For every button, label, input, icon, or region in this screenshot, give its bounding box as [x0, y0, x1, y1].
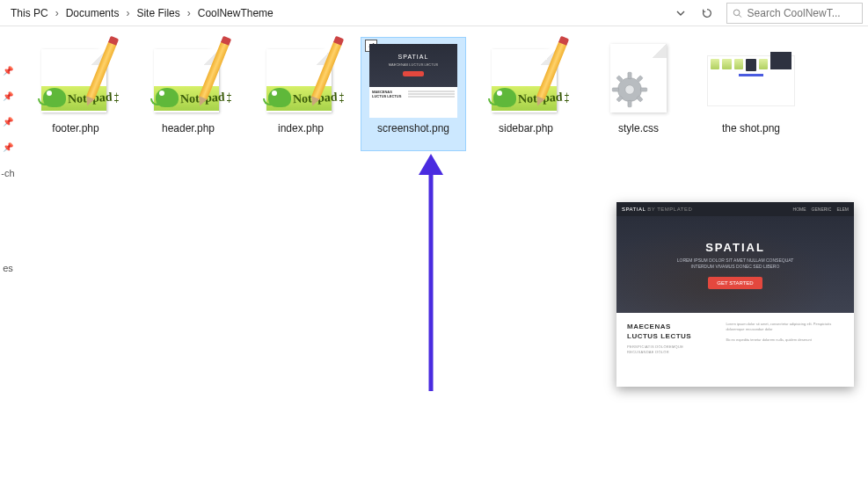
svg-rect-7 — [640, 88, 646, 91]
file-label: footer.php — [52, 122, 98, 134]
search-input[interactable] — [748, 7, 857, 19]
breadcrumb-item[interactable]: CoolNewTheme — [194, 4, 277, 23]
file-label: style.css — [618, 122, 659, 134]
svg-rect-4 — [628, 72, 631, 78]
pin-icon: 📌 — [3, 91, 13, 101]
truncated-label: -ch — [1, 168, 14, 178]
search-box[interactable] — [726, 3, 863, 24]
svg-point-0 — [733, 10, 740, 16]
search-icon — [733, 8, 742, 18]
svg-rect-5 — [628, 100, 631, 106]
pin-icon: 📌 — [3, 117, 13, 127]
file-item[interactable]: Notepad++ header.php — [135, 37, 241, 151]
svg-line-1 — [739, 14, 741, 17]
file-label: the shot.png — [722, 122, 780, 134]
file-label: header.php — [162, 122, 215, 134]
file-item[interactable]: Notepad++ footer.php — [23, 37, 128, 151]
breadcrumb[interactable]: This PC › Documents › Site Files › CoolN… — [4, 4, 668, 23]
image-thumbnail: SPATIALMAECENAS LUCTUS LECTUS MAECENASLU… — [369, 44, 457, 118]
chevron-right-icon: › — [54, 7, 61, 19]
file-label: sidebar.php — [499, 122, 553, 134]
address-toolbar: This PC › Documents › Site Files › CoolN… — [0, 0, 868, 26]
svg-point-3 — [625, 85, 634, 94]
file-label: screenshot.png — [377, 122, 449, 134]
file-item[interactable]: Notepad++ sidebar.php — [473, 37, 579, 151]
css-file-icon — [602, 44, 675, 118]
breadcrumb-item[interactable]: This PC — [7, 4, 52, 23]
breadcrumb-item[interactable]: Site Files — [133, 4, 183, 23]
file-item[interactable]: style.css — [586, 37, 691, 151]
file-item[interactable]: the shot.png — [698, 37, 804, 151]
image-thumbnail — [707, 55, 795, 106]
svg-rect-6 — [612, 88, 618, 91]
file-grid: Notepad++ footer.php Notepad++ header.ph… — [16, 26, 868, 162]
file-label: index.php — [278, 122, 324, 134]
preview-image: SPATIAL BY TEMPLATED HOMEGENERICELEM SPA… — [616, 202, 854, 387]
notepadpp-icon: Notepad++ — [486, 46, 565, 116]
chevron-right-icon: › — [186, 7, 193, 19]
pin-icon: 📌 — [3, 142, 13, 152]
history-dropdown-icon[interactable] — [668, 3, 693, 24]
chevron-right-icon: › — [124, 7, 131, 19]
pin-icon: 📌 — [3, 66, 13, 76]
notepadpp-icon: Notepad++ — [261, 46, 340, 116]
notepadpp-icon: Notepad++ — [149, 46, 228, 116]
nav-pane-edge: 📌 📌 📌 📌 -ch es — [0, 26, 16, 486]
breadcrumb-item[interactable]: Documents — [62, 4, 123, 23]
file-item[interactable]: ✓ SPATIALMAECENAS LUCTUS LECTUS MAECENAS… — [361, 37, 466, 151]
truncated-label: es — [3, 263, 13, 273]
notepadpp-icon: Notepad++ — [36, 46, 115, 116]
file-item[interactable]: Notepad++ index.php — [248, 37, 354, 151]
refresh-icon[interactable] — [695, 3, 719, 24]
